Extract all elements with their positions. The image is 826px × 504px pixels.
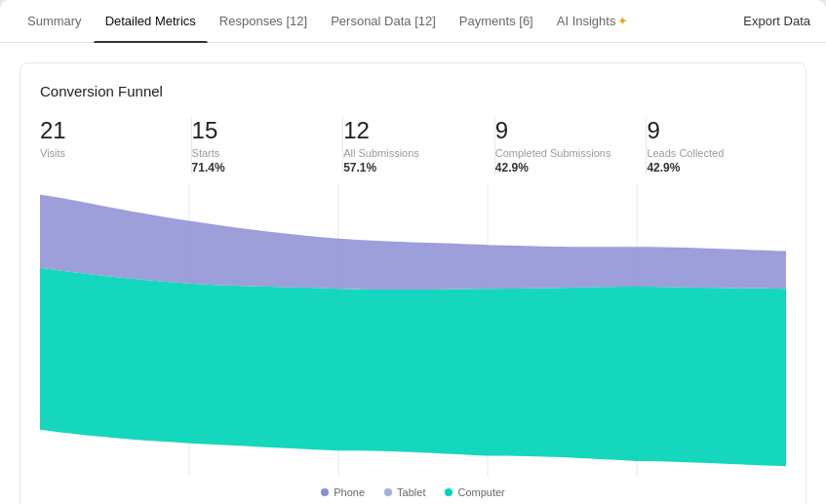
legend-tablet: Tablet	[384, 486, 425, 498]
funnel-svg	[40, 184, 786, 477]
completed-label: Completed Submissions	[495, 147, 635, 159]
card-title: Conversion Funnel	[40, 83, 786, 99]
leads-number: 9	[647, 117, 786, 145]
tab-detailed-metrics[interactable]: Detailed Metrics	[94, 0, 208, 42]
tab-responses[interactable]: Responses [12]	[208, 0, 319, 42]
starts-label: Starts	[192, 147, 332, 159]
metrics-row: 21 Visits 15 Starts 71.4% 12 All Submiss…	[40, 117, 786, 174]
metric-completed-submissions: 9 Completed Submissions 42.9%	[495, 117, 648, 174]
leads-label: Leads Collected	[647, 147, 786, 159]
metric-leads: 9 Leads Collected 42.9%	[647, 117, 786, 174]
leads-pct: 42.9%	[647, 161, 786, 174]
tab-ai-insights[interactable]: AI Insights✦	[545, 0, 641, 42]
phone-label: Phone	[334, 486, 365, 498]
metric-starts: 15 Starts 71.4%	[192, 117, 344, 174]
computer-dot	[445, 488, 452, 496]
funnel-chart	[40, 184, 786, 477]
tab-payments[interactable]: Payments [6]	[448, 0, 545, 42]
all-submissions-number: 12	[343, 117, 483, 145]
all-submissions-pct: 57.1%	[343, 161, 483, 174]
phone-dot	[321, 488, 329, 496]
completed-number: 9	[495, 117, 635, 145]
completed-pct: 42.9%	[495, 161, 635, 174]
legend-phone: Phone	[321, 486, 365, 498]
tab-bar: Summary Detailed Metrics Responses [12] …	[0, 0, 826, 43]
conversion-funnel-card: Conversion Funnel 21 Visits 15 Starts 71…	[20, 62, 806, 504]
starts-number: 15	[192, 117, 332, 145]
visits-number: 21	[40, 117, 179, 145]
metric-all-submissions: 12 All Submissions 57.1%	[343, 117, 495, 174]
computer-label: Computer	[457, 486, 504, 498]
legend-computer: Computer	[445, 486, 504, 498]
tablet-label: Tablet	[397, 486, 425, 498]
chart-legend: Phone Tablet Computer	[40, 486, 786, 498]
starts-pct: 71.4%	[192, 161, 332, 174]
tab-personal-data[interactable]: Personal Data [12]	[319, 0, 448, 42]
main-content: Conversion Funnel 21 Visits 15 Starts 71…	[0, 43, 826, 504]
visits-label: Visits	[40, 147, 179, 159]
app-window: Summary Detailed Metrics Responses [12] …	[0, 0, 826, 504]
ai-star-icon: ✦	[617, 14, 628, 28]
export-button[interactable]: Export Data	[743, 6, 810, 36]
all-submissions-label: All Submissions	[343, 147, 483, 159]
tab-summary[interactable]: Summary	[16, 0, 94, 42]
metric-visits: 21 Visits	[40, 117, 192, 174]
tablet-dot	[384, 488, 392, 496]
